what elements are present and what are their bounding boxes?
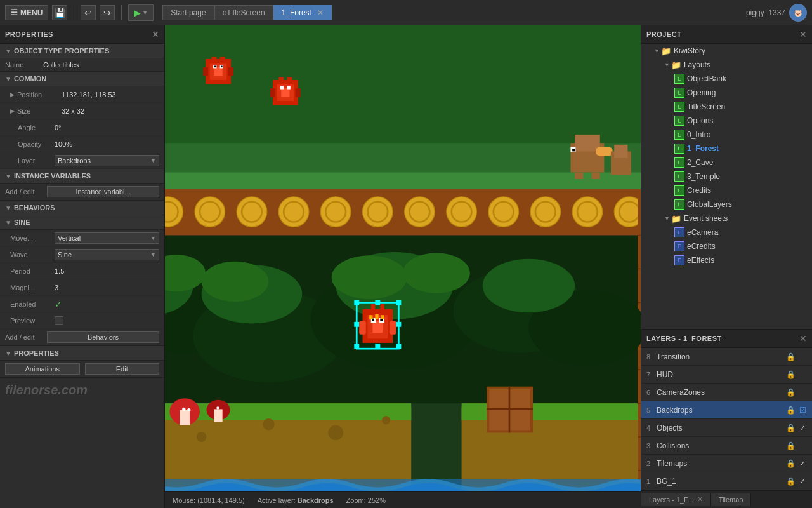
project-close-button[interactable]: ✕ <box>799 29 807 39</box>
wave-label: Wave <box>10 251 55 258</box>
svg-rect-117 <box>354 300 359 305</box>
tree-item-globallayers[interactable]: L GlobalLayers <box>641 197 812 211</box>
tab-1forest[interactable]: 1_Forest ✕ <box>273 5 332 20</box>
layer-3-visibility[interactable] <box>798 441 807 450</box>
wave-select[interactable]: Sine ▼ <box>55 249 159 260</box>
instance-variables-section-header[interactable]: ▼ INSTANCE VARIABLES <box>0 169 164 184</box>
tree-item-ecamera[interactable]: E eCamera <box>641 225 812 239</box>
layer-row-5[interactable]: 5 Backdrops 🔒 ☑ <box>641 401 812 419</box>
layer-select[interactable]: Backdrops ▼ <box>55 155 159 166</box>
eventsheet-ecamera-label: eCamera <box>687 228 718 237</box>
common-section-header[interactable]: ▼ COMMON <box>0 72 164 86</box>
layer-row-3[interactable]: 3 Collisions 🔒 <box>641 437 812 455</box>
layer-row-7[interactable]: 7 HUD 🔒 <box>641 366 812 384</box>
tree-item-eventsheets-folder[interactable]: ▼ 📁 Event sheets <box>641 211 812 225</box>
tab-etitlescreen[interactable]: eTitleScreen <box>214 5 273 20</box>
layer-row-1[interactable]: 1 BG_1 🔒 ✓ <box>641 472 812 490</box>
preview-checkbox[interactable] <box>55 316 63 325</box>
layout-3temple-label: 3_Temple <box>687 172 720 181</box>
layer-3-lock-icon[interactable]: 🔒 <box>786 441 796 450</box>
layout-icon-opening: L <box>674 88 684 98</box>
tree-item-eeffects[interactable]: E eEffects <box>641 253 812 267</box>
svg-rect-119 <box>354 344 359 349</box>
behaviors-add-edit-button[interactable]: Behaviors <box>47 331 159 343</box>
svg-rect-63 <box>165 403 411 420</box>
layer-1-visibility-check[interactable]: ✓ <box>798 477 807 486</box>
undo-button[interactable]: ↩ <box>81 5 96 20</box>
svg-rect-129 <box>390 321 396 335</box>
layer-num-3: 3 <box>646 442 657 450</box>
svg-point-60 <box>332 255 407 299</box>
tree-item-layouts-folder[interactable]: ▼ 📁 Layouts <box>641 58 812 72</box>
tree-item-0intro[interactable]: L 0_Intro <box>641 128 812 142</box>
layer-8-visibility[interactable] <box>798 352 807 361</box>
layer-1-lock-icon[interactable]: 🔒 <box>786 477 796 486</box>
opacity-row: Opacity 100% <box>0 136 164 152</box>
layer-row-2[interactable]: 2 Tilemaps 🔒 ✓ <box>641 455 812 472</box>
move-select[interactable]: Vertical ▼ <box>55 232 159 244</box>
tree-item-3temple[interactable]: L 3_Temple <box>641 170 812 184</box>
tree-item-titlescreen[interactable]: L TitleScreen <box>641 100 812 114</box>
layer-3-icons: 🔒 <box>786 441 807 450</box>
layer-6-lock-icon[interactable]: 🔒 <box>786 388 796 397</box>
tree-item-kiwistory[interactable]: ▼ 📁 KiwiStory <box>641 44 812 58</box>
svg-rect-80 <box>220 57 225 62</box>
active-layer-label: Active layer: Backdrops <box>258 497 334 504</box>
layer-5-lock-icon[interactable]: 🔒 <box>786 406 796 415</box>
animations-button[interactable]: Animations <box>5 363 80 375</box>
separator <box>74 5 74 20</box>
position-expand-arrow[interactable]: ▶ <box>10 91 15 98</box>
tree-item-opening[interactable]: L Opening <box>641 86 812 100</box>
redo-button[interactable]: ↪ <box>100 5 115 20</box>
layer-4-visibility-check[interactable]: ✓ <box>798 424 807 432</box>
layer-4-lock-icon[interactable]: 🔒 <box>786 424 796 432</box>
bottom-tab-layers-close[interactable]: ✕ <box>697 495 703 504</box>
play-button[interactable]: ▶ ▼ <box>128 4 154 21</box>
move-select-value: Vertical <box>58 234 81 242</box>
tab-etitlescreen-label: eTitleScreen <box>223 8 265 17</box>
tree-item-credits[interactable]: L Credits <box>641 184 812 197</box>
svg-rect-86 <box>221 65 223 67</box>
svg-rect-81 <box>203 67 208 76</box>
tab-start-page[interactable]: Start page <box>162 5 214 20</box>
layer-5-visibility-check[interactable]: ☑ <box>798 406 807 415</box>
edit-button[interactable]: Edit <box>85 363 160 375</box>
save-button[interactable]: 💾 <box>52 5 67 20</box>
size-expand-arrow[interactable]: ▶ <box>10 108 15 114</box>
tree-item-1forest[interactable]: L 1_Forest <box>641 142 812 156</box>
behaviors-section-header[interactable]: ▼ BEHAVIORS <box>0 201 164 215</box>
svg-rect-138 <box>381 315 384 319</box>
layers-panel-header: LAYERS - 1_FOREST ✕ <box>641 330 812 348</box>
layer-2-lock-icon[interactable]: 🔒 <box>786 459 796 468</box>
menu-button[interactable]: ☰ MENU <box>5 5 48 20</box>
layer-7-lock-icon[interactable]: 🔒 <box>786 370 796 379</box>
bottom-tab-layers[interactable]: Layers - 1_F... ✕ <box>641 493 711 506</box>
tree-item-objectbank[interactable]: L ObjectBank <box>641 72 812 86</box>
properties-close-button[interactable]: ✕ <box>152 29 159 39</box>
layout-icon-credits: L <box>674 185 684 196</box>
tree-item-2cave[interactable]: L 2_Cave <box>641 156 812 170</box>
canvas-content[interactable] <box>165 25 641 491</box>
layer-row-4[interactable]: 4 Objects 🔒 ✓ <box>641 419 812 437</box>
layer-7-visibility[interactable] <box>798 370 807 379</box>
properties-footer-section-header[interactable]: ▼ PROPERTIES <box>0 346 164 361</box>
layer-6-visibility[interactable] <box>798 388 807 397</box>
svg-rect-144 <box>214 409 222 422</box>
layer-row-8[interactable]: 8 Transition 🔒 <box>641 348 812 366</box>
bottom-tab-tilemap[interactable]: Tilemap <box>711 493 752 506</box>
layers-close-button[interactable]: ✕ <box>799 333 807 344</box>
game-canvas-svg <box>165 25 641 491</box>
event-icon-ecamera: E <box>674 227 684 237</box>
sine-section-header[interactable]: ▼ SINE <box>0 215 164 230</box>
user-avatar[interactable]: 🐷 <box>789 4 807 22</box>
layer-8-lock-icon[interactable]: 🔒 <box>786 352 796 361</box>
tree-item-ecredits[interactable]: E eCredits <box>641 239 812 253</box>
tab-close-icon[interactable]: ✕ <box>317 8 324 17</box>
layer-row-6[interactable]: 6 CameraZones 🔒 <box>641 384 812 401</box>
instance-vars-add-edit-button[interactable]: Instance variabl... <box>47 186 159 197</box>
svg-rect-120 <box>396 344 401 349</box>
tree-item-options[interactable]: L Options <box>641 114 812 128</box>
layout-1forest-label: 1_Forest <box>687 144 719 153</box>
object-type-section-header[interactable]: ▼ OBJECT TYPE PROPERTIES <box>0 44 164 58</box>
layer-2-visibility-check[interactable]: ✓ <box>798 459 807 468</box>
